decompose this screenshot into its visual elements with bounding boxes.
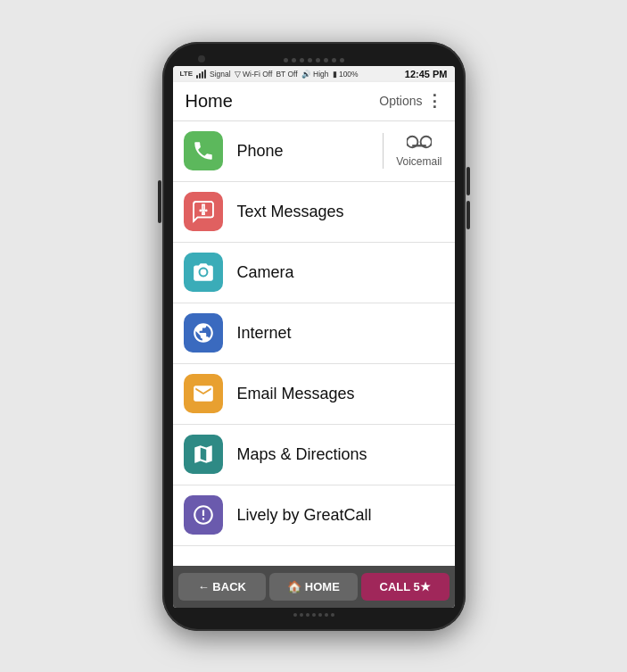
volume-up-button[interactable] (466, 167, 470, 195)
lively-icon (184, 495, 223, 535)
status-left: LTE Signal ▽ Wi-Fi Off BT Off 🔊 High ▮ 1… (180, 70, 359, 79)
phone-label: Phone (237, 142, 373, 161)
home-button[interactable]: 🏠 HOME (269, 573, 358, 601)
voicemail-icon (407, 135, 432, 153)
email-icon (184, 374, 223, 413)
svg-point-3 (199, 210, 202, 212)
header-bar: Home Options ⋮ (173, 82, 455, 121)
lte-indicator: LTE (180, 70, 194, 78)
page-title: Home (186, 91, 233, 112)
maps-item[interactable]: Maps & Directions (173, 425, 455, 485)
call-label: CALL 5★ (380, 580, 431, 593)
bottom-nav: ← BACK 🏠 HOME CALL 5★ (173, 566, 455, 608)
svg-point-5 (204, 210, 207, 212)
lively-label: Lively by GreatCall (237, 506, 444, 525)
wifi-label: ▽ Wi-Fi Off (235, 70, 273, 79)
home-label: 🏠 HOME (287, 580, 340, 593)
signal-label: Signal (210, 70, 231, 79)
text-messages-item[interactable]: Text Messages (173, 182, 455, 243)
three-dots-icon: ⋮ (426, 93, 442, 109)
camera-item[interactable]: Camera (173, 243, 455, 303)
lively-item[interactable]: Lively by GreatCall (173, 485, 455, 546)
signal-bars (196, 70, 206, 79)
text-messages-label: Text Messages (237, 203, 444, 221)
voicemail-label: Voicemail (396, 155, 441, 168)
phone-screen: LTE Signal ▽ Wi-Fi Off BT Off 🔊 High ▮ 1… (173, 66, 455, 608)
phone-bottom-bar (173, 608, 455, 620)
maps-icon (184, 435, 223, 474)
phone-icon (184, 131, 223, 170)
email-item[interactable]: Email Messages (173, 364, 455, 425)
svg-point-4 (202, 210, 204, 212)
email-label: Email Messages (237, 385, 444, 403)
options-button[interactable]: Options ⋮ (379, 93, 441, 109)
app-list: Phone Voicemail (173, 121, 455, 566)
bt-label: BT Off (276, 70, 297, 79)
front-camera (198, 55, 205, 62)
bottom-speaker (293, 613, 334, 617)
phone-app-row: Phone Voicemail (173, 121, 455, 182)
phone-app-item[interactable]: Phone (173, 121, 384, 181)
back-label: ← BACK (198, 580, 246, 593)
internet-item[interactable]: Internet (173, 303, 455, 364)
power-button[interactable] (158, 180, 161, 223)
sound-label: 🔊 High (301, 70, 329, 79)
options-label: Options (379, 94, 422, 108)
maps-label: Maps & Directions (237, 445, 444, 464)
call-button[interactable]: CALL 5★ (361, 573, 450, 601)
internet-label: Internet (237, 324, 444, 343)
phone-device: LTE Signal ▽ Wi-Fi Off BT Off 🔊 High ▮ 1… (162, 42, 466, 631)
text-messages-icon (184, 192, 223, 231)
internet-icon (184, 313, 223, 353)
voicemail-button[interactable]: Voicemail (384, 121, 454, 181)
camera-label: Camera (237, 263, 444, 282)
volume-down-button[interactable] (466, 201, 470, 229)
battery-label: ▮ 100% (333, 70, 359, 79)
status-bar: LTE Signal ▽ Wi-Fi Off BT Off 🔊 High ▮ 1… (173, 66, 455, 82)
status-time: 12:45 PM (405, 69, 448, 79)
svg-rect-2 (412, 145, 426, 146)
speaker-grill (284, 58, 344, 62)
camera-icon (184, 253, 223, 292)
phone-top-bar (173, 53, 455, 66)
back-button[interactable]: ← BACK (178, 573, 267, 601)
